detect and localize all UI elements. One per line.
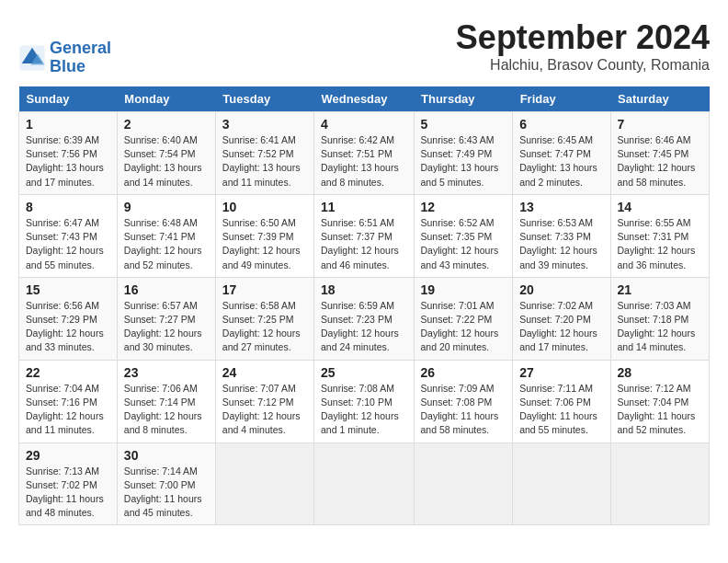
day-number: 29 <box>26 448 110 463</box>
day-info: Sunrise: 7:09 AMSunset: 7:08 PMDaylight:… <box>421 382 506 438</box>
day-info: Sunrise: 6:48 AMSunset: 7:41 PMDaylight:… <box>124 216 209 272</box>
calendar-cell: 16Sunrise: 6:57 AMSunset: 7:27 PMDayligh… <box>117 277 215 360</box>
day-number: 1 <box>26 117 110 132</box>
day-info: Sunrise: 6:50 AMSunset: 7:39 PMDaylight:… <box>222 216 307 272</box>
weekday-tuesday: Tuesday <box>215 86 313 112</box>
calendar-cell: 20Sunrise: 7:02 AMSunset: 7:20 PMDayligh… <box>513 277 610 360</box>
day-number: 7 <box>618 117 702 132</box>
day-info: Sunrise: 7:08 AMSunset: 7:10 PMDaylight:… <box>321 382 407 438</box>
day-info: Sunrise: 7:06 AMSunset: 7:14 PMDaylight:… <box>124 382 209 438</box>
calendar-cell: 4Sunrise: 6:42 AMSunset: 7:51 PMDaylight… <box>314 112 415 195</box>
day-info: Sunrise: 6:52 AMSunset: 7:35 PMDaylight:… <box>421 216 506 272</box>
day-info: Sunrise: 7:11 AMSunset: 7:06 PMDaylight:… <box>519 382 603 438</box>
day-number: 5 <box>421 117 506 132</box>
calendar-cell: 17Sunrise: 6:58 AMSunset: 7:25 PMDayligh… <box>215 277 313 360</box>
day-number: 23 <box>124 365 209 380</box>
day-number: 2 <box>124 117 209 132</box>
logo-line1: General <box>50 39 111 57</box>
day-info: Sunrise: 6:40 AMSunset: 7:54 PMDaylight:… <box>124 133 209 190</box>
calendar-week-2: 8Sunrise: 6:47 AMSunset: 7:43 PMDaylight… <box>19 194 710 277</box>
day-number: 30 <box>124 448 209 463</box>
day-number: 16 <box>124 282 209 297</box>
day-number: 12 <box>421 200 506 214</box>
calendar-week-5: 29Sunrise: 7:13 AMSunset: 7:02 PMDayligh… <box>19 442 710 525</box>
day-number: 10 <box>222 200 307 214</box>
day-info: Sunrise: 6:43 AMSunset: 7:49 PMDaylight:… <box>421 133 506 190</box>
weekday-monday: Monday <box>117 86 215 112</box>
weekday-thursday: Thursday <box>414 86 513 112</box>
calendar-cell: 1Sunrise: 6:39 AMSunset: 7:56 PMDaylight… <box>19 112 118 195</box>
day-info: Sunrise: 6:55 AMSunset: 7:31 PMDaylight:… <box>618 216 702 272</box>
day-number: 6 <box>519 117 603 132</box>
calendar-body: 1Sunrise: 6:39 AMSunset: 7:56 PMDaylight… <box>19 112 710 525</box>
calendar-cell: 5Sunrise: 6:43 AMSunset: 7:49 PMDaylight… <box>414 112 513 195</box>
day-number: 20 <box>519 282 603 297</box>
day-info: Sunrise: 6:56 AMSunset: 7:29 PMDaylight:… <box>26 299 110 355</box>
day-info: Sunrise: 6:39 AMSunset: 7:56 PMDaylight:… <box>26 133 110 190</box>
day-number: 22 <box>26 365 110 380</box>
calendar-cell <box>610 442 709 525</box>
day-info: Sunrise: 6:46 AMSunset: 7:45 PMDaylight:… <box>618 133 702 190</box>
weekday-friday: Friday <box>513 86 610 112</box>
day-info: Sunrise: 6:58 AMSunset: 7:25 PMDaylight:… <box>222 299 307 355</box>
calendar-cell: 24Sunrise: 7:07 AMSunset: 7:12 PMDayligh… <box>215 360 313 442</box>
calendar-cell: 2Sunrise: 6:40 AMSunset: 7:54 PMDaylight… <box>117 112 215 195</box>
day-info: Sunrise: 7:07 AMSunset: 7:12 PMDaylight:… <box>222 382 307 438</box>
calendar-cell: 19Sunrise: 7:01 AMSunset: 7:22 PMDayligh… <box>414 277 513 360</box>
calendar-cell: 6Sunrise: 6:45 AMSunset: 7:47 PMDaylight… <box>513 112 610 195</box>
day-number: 13 <box>519 200 603 214</box>
calendar-cell: 9Sunrise: 6:48 AMSunset: 7:41 PMDaylight… <box>117 194 215 277</box>
day-number: 8 <box>26 200 110 214</box>
day-info: Sunrise: 7:12 AMSunset: 7:04 PMDaylight:… <box>618 382 702 438</box>
day-info: Sunrise: 6:51 AMSunset: 7:37 PMDaylight:… <box>321 216 407 272</box>
day-number: 11 <box>321 200 407 214</box>
day-info: Sunrise: 6:42 AMSunset: 7:51 PMDaylight:… <box>321 133 407 190</box>
day-number: 17 <box>222 282 307 297</box>
calendar-cell: 3Sunrise: 6:41 AMSunset: 7:52 PMDaylight… <box>215 112 313 195</box>
day-info: Sunrise: 6:45 AMSunset: 7:47 PMDaylight:… <box>519 133 603 190</box>
day-info: Sunrise: 7:02 AMSunset: 7:20 PMDaylight:… <box>519 299 603 355</box>
calendar-week-3: 15Sunrise: 6:56 AMSunset: 7:29 PMDayligh… <box>19 277 710 360</box>
calendar-cell <box>414 442 513 525</box>
calendar-cell: 29Sunrise: 7:13 AMSunset: 7:02 PMDayligh… <box>19 442 118 525</box>
day-info: Sunrise: 6:53 AMSunset: 7:33 PMDaylight:… <box>519 216 603 272</box>
calendar-cell: 28Sunrise: 7:12 AMSunset: 7:04 PMDayligh… <box>610 360 709 442</box>
day-number: 18 <box>321 282 407 297</box>
calendar-week-4: 22Sunrise: 7:04 AMSunset: 7:16 PMDayligh… <box>19 360 710 442</box>
month-title: September 2024 <box>456 18 710 57</box>
calendar-cell: 7Sunrise: 6:46 AMSunset: 7:45 PMDaylight… <box>610 112 709 195</box>
calendar-cell: 8Sunrise: 6:47 AMSunset: 7:43 PMDaylight… <box>19 194 118 277</box>
day-info: Sunrise: 7:13 AMSunset: 7:02 PMDaylight:… <box>26 465 110 521</box>
calendar-cell <box>314 442 415 525</box>
day-number: 25 <box>321 365 407 380</box>
day-info: Sunrise: 6:47 AMSunset: 7:43 PMDaylight:… <box>26 216 110 272</box>
day-number: 15 <box>26 282 110 297</box>
day-number: 26 <box>421 365 506 380</box>
logo: General Blue <box>18 40 111 76</box>
calendar-cell: 15Sunrise: 6:56 AMSunset: 7:29 PMDayligh… <box>19 277 118 360</box>
title-section: September 2024 Halchiu, Brasov County, R… <box>456 18 710 74</box>
day-info: Sunrise: 7:14 AMSunset: 7:00 PMDaylight:… <box>124 465 209 521</box>
calendar-cell: 14Sunrise: 6:55 AMSunset: 7:31 PMDayligh… <box>610 194 709 277</box>
weekday-sunday: Sunday <box>19 86 118 112</box>
day-info: Sunrise: 7:01 AMSunset: 7:22 PMDaylight:… <box>421 299 506 355</box>
logo-text: General Blue <box>50 40 111 76</box>
day-number: 3 <box>222 117 307 132</box>
day-number: 14 <box>618 200 702 214</box>
day-info: Sunrise: 6:57 AMSunset: 7:27 PMDaylight:… <box>124 299 209 355</box>
day-number: 19 <box>421 282 506 297</box>
day-number: 27 <box>519 365 603 380</box>
day-number: 4 <box>321 117 407 132</box>
location-subtitle: Halchiu, Brasov County, Romania <box>456 57 710 74</box>
calendar-cell: 18Sunrise: 6:59 AMSunset: 7:23 PMDayligh… <box>314 277 415 360</box>
calendar-week-1: 1Sunrise: 6:39 AMSunset: 7:56 PMDaylight… <box>19 112 710 195</box>
calendar-cell: 13Sunrise: 6:53 AMSunset: 7:33 PMDayligh… <box>513 194 610 277</box>
calendar-cell: 26Sunrise: 7:09 AMSunset: 7:08 PMDayligh… <box>414 360 513 442</box>
calendar-cell <box>215 442 313 525</box>
logo-line2: Blue <box>50 57 85 75</box>
calendar-table: SundayMondayTuesdayWednesdayThursdayFrid… <box>18 86 710 525</box>
calendar-cell: 21Sunrise: 7:03 AMSunset: 7:18 PMDayligh… <box>610 277 709 360</box>
calendar-cell: 10Sunrise: 6:50 AMSunset: 7:39 PMDayligh… <box>215 194 313 277</box>
calendar-cell: 23Sunrise: 7:06 AMSunset: 7:14 PMDayligh… <box>117 360 215 442</box>
weekday-saturday: Saturday <box>610 86 709 112</box>
